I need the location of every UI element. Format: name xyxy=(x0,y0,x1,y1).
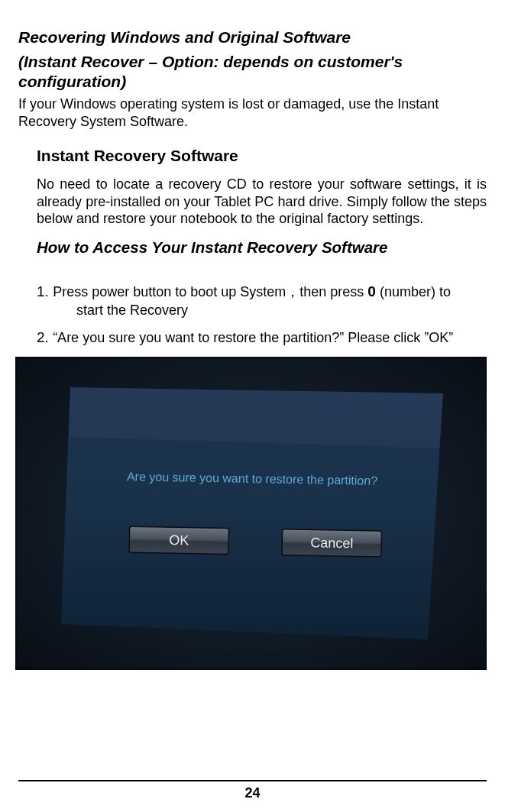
step-1-zero: 0 xyxy=(367,283,376,299)
step-2-text: “Are you sure you want to restore the pa… xyxy=(53,330,453,345)
cancel-button-label: Cancel xyxy=(310,535,353,551)
step-1-cont: start the Recovery xyxy=(37,302,487,319)
intro-paragraph: If your Windows operating system is lost… xyxy=(18,95,487,130)
heading-instant-option: (Instant Recover – Option: depends on cu… xyxy=(18,52,487,91)
heading-recovering: Recovering Windows and Original Software xyxy=(18,27,487,47)
heading-instant-recovery-software: Instant Recovery Software xyxy=(37,147,487,165)
page-number: 24 xyxy=(0,785,505,801)
body-paragraph: No need to locate a recovery CD to resto… xyxy=(37,176,487,228)
step-1-text-a: Press power button to boot up System，the… xyxy=(53,284,367,299)
screenshot-dialog: Are you sure you want to restore the par… xyxy=(15,357,487,670)
ok-button-label: OK xyxy=(169,532,189,548)
heading-how-to-access: How to Access Your Instant Recovery Soft… xyxy=(37,238,487,257)
footer-rule xyxy=(18,780,487,781)
step-1-text-b: (number) to xyxy=(376,284,451,299)
step-2: 2. “Are you sure you want to restore the… xyxy=(37,328,487,348)
step-1: 1. Press power button to boot up System，… xyxy=(37,283,487,319)
